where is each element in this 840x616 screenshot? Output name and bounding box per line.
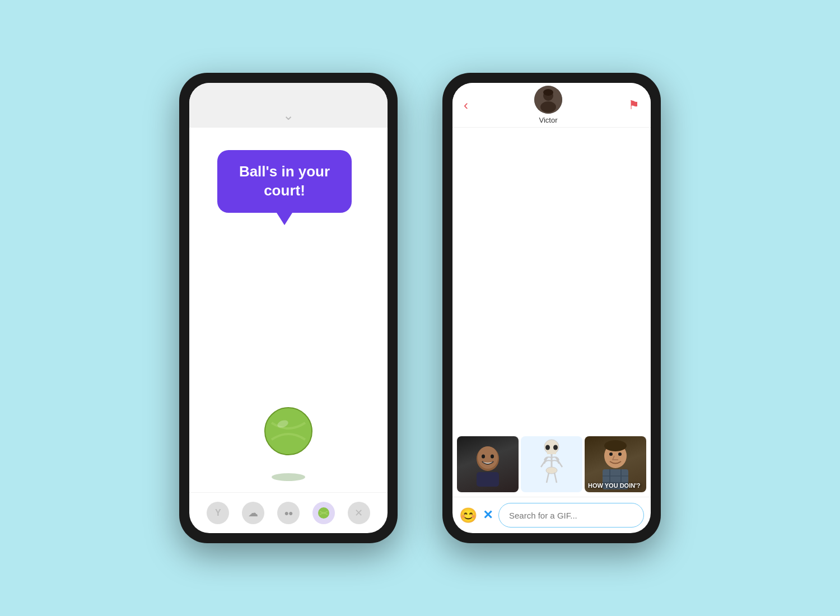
phone1-toolbar: Y ☁ ●● ✕ (189, 492, 388, 533)
svg-line-18 (556, 457, 562, 467)
eyes-icon: ●● (284, 508, 293, 517)
phone-1: ⌄ Ball's in your court! (179, 73, 398, 543)
svg-point-10 (482, 455, 485, 459)
x-icon: ✕ (354, 507, 363, 519)
user-info: Victor (534, 86, 562, 124)
svg-line-21 (554, 473, 557, 483)
gif-thumbnail-2[interactable] (521, 436, 582, 492)
svg-rect-12 (477, 472, 499, 487)
tennis-ball-container (263, 406, 314, 481)
chevron-down-icon[interactable]: ⌄ (283, 109, 294, 122)
phone-2-screen: ‹ Victor ⚑ (452, 83, 651, 533)
speech-bubble-text: Ball's in your court! (239, 163, 330, 199)
svg-point-24 (609, 452, 613, 456)
speech-bubble: Ball's in your court! (217, 150, 352, 213)
gif-search-input[interactable] (498, 503, 644, 528)
phone2-header: ‹ Victor ⚑ (452, 83, 651, 128)
svg-line-20 (547, 473, 549, 483)
svg-point-7 (543, 89, 553, 96)
chat-area[interactable] (452, 128, 651, 432)
gif-thumbnail-3[interactable]: HOW YOU DOIN'? (585, 436, 646, 492)
toolbar-icon-1[interactable]: Y (207, 502, 229, 524)
svg-point-23 (604, 440, 627, 451)
close-gif-button[interactable]: ✕ (483, 508, 493, 522)
avatar-image (534, 86, 562, 114)
toolbar-icon-3[interactable]: ●● (277, 502, 300, 524)
y-icon: Y (215, 508, 221, 518)
toolbar-icon-close[interactable]: ✕ (348, 502, 370, 524)
gif-thumbnail-1[interactable] (457, 436, 519, 492)
gif-search-bar: 😊 ✕ (452, 497, 651, 533)
avatar[interactable] (534, 86, 562, 114)
phone1-content: Ball's in your court! (189, 128, 388, 492)
gif-strip: HOW YOU DOIN'? (452, 432, 651, 497)
svg-line-17 (541, 457, 548, 467)
svg-point-19 (546, 467, 557, 474)
svg-point-15 (553, 445, 558, 450)
username-label: Victor (539, 116, 558, 124)
tennis-icon (318, 507, 330, 519)
svg-point-14 (545, 445, 550, 450)
svg-point-9 (478, 446, 498, 469)
phone-1-screen: ⌄ Ball's in your court! (189, 83, 388, 533)
ball-shadow (272, 473, 305, 481)
phone-2: ‹ Victor ⚑ (442, 73, 661, 543)
toolbar-icon-tennis[interactable] (312, 502, 335, 524)
svg-point-6 (540, 101, 556, 113)
phone1-header: ⌄ (189, 83, 388, 128)
back-button[interactable]: ‹ (464, 97, 468, 113)
emoji-button[interactable]: 😊 (459, 507, 477, 524)
svg-point-25 (618, 452, 622, 456)
svg-point-11 (491, 455, 494, 459)
cloud-icon: ☁ (248, 507, 258, 519)
toolbar-icon-2[interactable]: ☁ (242, 502, 264, 524)
gif-overlay-label: HOW YOU DOIN'? (588, 482, 643, 489)
flag-button[interactable]: ⚑ (628, 98, 640, 113)
tennis-ball (263, 406, 314, 456)
